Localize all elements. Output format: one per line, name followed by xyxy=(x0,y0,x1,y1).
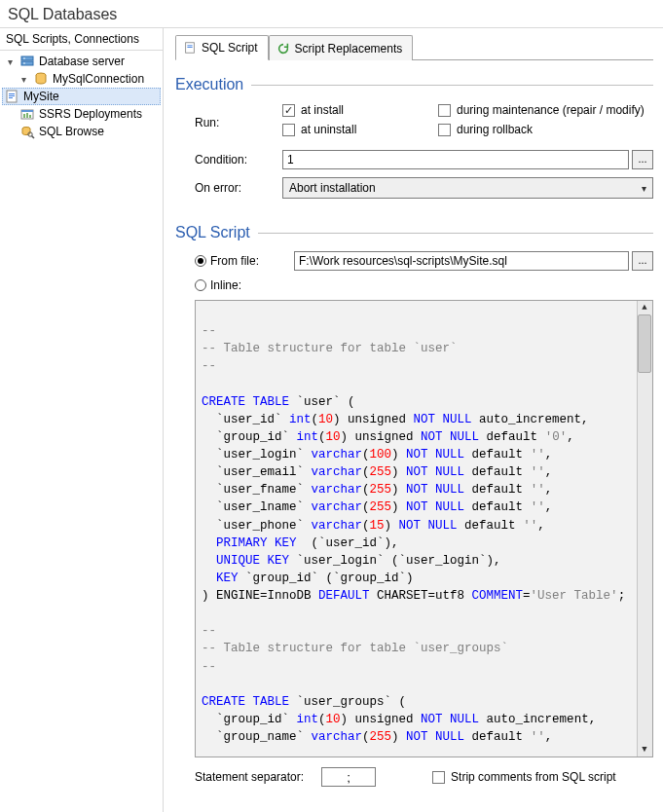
section-title: SQL Script xyxy=(175,224,250,241)
svg-point-3 xyxy=(23,62,25,64)
checkbox-during-maintenance[interactable]: during maintenance (repair / modify) xyxy=(438,103,645,117)
browse-icon xyxy=(19,124,35,139)
tab-sql-script[interactable]: SQL Script xyxy=(175,35,269,60)
separator-label: Statement separator: xyxy=(195,770,304,784)
tree-label: MySqlConnection xyxy=(53,72,144,86)
checkbox-icon xyxy=(432,771,445,784)
section-execution: Execution Run: at install xyxy=(175,76,653,206)
svg-rect-13 xyxy=(29,115,31,118)
tab-label: Script Replacements xyxy=(295,42,403,55)
svg-rect-6 xyxy=(9,93,15,94)
checkbox-at-install[interactable]: at install xyxy=(282,103,428,117)
refresh-icon xyxy=(276,41,291,56)
radio-from-file[interactable]: From file: xyxy=(195,254,263,268)
checkbox-label: at install xyxy=(301,103,344,117)
on-error-select[interactable]: Abort installation ▾ xyxy=(282,177,653,199)
on-error-label: On error: xyxy=(195,181,282,195)
checkbox-icon xyxy=(438,104,451,117)
tree-label: SSRS Deployments xyxy=(39,107,142,121)
sidebar-title: SQL Scripts, Connections xyxy=(0,28,163,51)
scrollbar-track[interactable]: ▲ ▼ xyxy=(637,301,652,757)
condition-label: Condition: xyxy=(195,153,282,166)
scroll-down-icon[interactable]: ▼ xyxy=(639,744,650,756)
scroll-up-icon[interactable]: ▲ xyxy=(639,302,650,314)
expander-icon[interactable]: ▾ xyxy=(18,74,29,85)
sidebar: SQL Scripts, Connections ▾ Database serv… xyxy=(0,28,164,812)
sql-editor[interactable]: -- -- Table structure for table `user` -… xyxy=(195,300,653,757)
checkbox-at-uninstall[interactable]: at uninstall xyxy=(282,123,428,136)
radio-icon xyxy=(195,279,206,291)
divider xyxy=(251,85,653,86)
run-label: Run: xyxy=(195,116,282,129)
sql-file-icon xyxy=(4,89,19,104)
checkbox-icon xyxy=(282,104,295,117)
section-title: Execution xyxy=(175,76,243,93)
tree-label: MySite xyxy=(23,90,59,103)
tree: ▾ Database server ▾ MySqlConnection xyxy=(0,51,163,142)
checkbox-strip-comments[interactable]: Strip comments from SQL script xyxy=(432,770,616,784)
from-file-browse-button[interactable]: ... xyxy=(632,251,653,271)
checkbox-label: Strip comments from SQL script xyxy=(451,770,616,784)
tab-label: SQL Script xyxy=(202,41,258,55)
radio-icon xyxy=(195,255,206,267)
svg-line-16 xyxy=(32,136,34,138)
svg-point-2 xyxy=(23,57,25,59)
tree-label: Database server xyxy=(39,55,125,68)
checkbox-label: during rollback xyxy=(457,123,533,136)
svg-rect-0 xyxy=(21,56,33,60)
sql-file-icon xyxy=(182,40,198,55)
divider xyxy=(258,233,653,234)
radio-label: From file: xyxy=(210,254,259,268)
from-file-input[interactable] xyxy=(294,251,629,271)
radio-inline[interactable]: Inline: xyxy=(195,278,241,292)
tree-node-connection[interactable]: ▾ MySqlConnection xyxy=(2,70,161,88)
select-value: Abort installation xyxy=(289,181,376,195)
condition-input[interactable] xyxy=(282,150,629,169)
tree-node-ssrs[interactable]: SSRS Deployments xyxy=(2,105,161,123)
chevron-down-icon: ▾ xyxy=(642,183,646,194)
svg-rect-1 xyxy=(21,61,33,65)
svg-rect-11 xyxy=(23,114,25,118)
svg-rect-10 xyxy=(21,110,33,112)
checkbox-label: at uninstall xyxy=(301,123,356,136)
checkbox-label: during maintenance (repair / modify) xyxy=(457,103,645,117)
checkbox-icon xyxy=(282,124,295,136)
tree-node-database-server[interactable]: ▾ Database server xyxy=(2,53,161,70)
svg-rect-19 xyxy=(187,47,192,48)
scrollbar-thumb[interactable] xyxy=(638,314,651,373)
expander-icon[interactable]: ▾ xyxy=(4,56,16,67)
main-pane: SQL Script Script Replacements Execution xyxy=(164,28,663,812)
svg-rect-12 xyxy=(26,113,28,118)
radio-label: Inline: xyxy=(210,278,241,292)
database-icon xyxy=(33,71,49,87)
tabs: SQL Script Script Replacements xyxy=(175,34,653,60)
tree-node-script-mysite[interactable]: MySite xyxy=(2,88,161,105)
tree-label: SQL Browse xyxy=(39,125,104,138)
tab-script-replacements[interactable]: Script Replacements xyxy=(269,35,414,60)
page-title: SQL Databases xyxy=(0,0,663,27)
svg-rect-18 xyxy=(187,45,192,46)
svg-rect-8 xyxy=(9,97,13,98)
ssrs-icon xyxy=(19,106,35,122)
checkbox-icon xyxy=(438,124,451,136)
server-icon xyxy=(19,54,35,69)
section-sql-script: SQL Script From file: ... xyxy=(175,224,653,787)
tree-node-browse[interactable]: SQL Browse xyxy=(2,123,161,140)
checkbox-during-rollback[interactable]: during rollback xyxy=(438,123,533,136)
separator-input[interactable] xyxy=(321,767,376,787)
svg-rect-7 xyxy=(9,95,15,96)
condition-browse-button[interactable]: ... xyxy=(632,150,653,169)
